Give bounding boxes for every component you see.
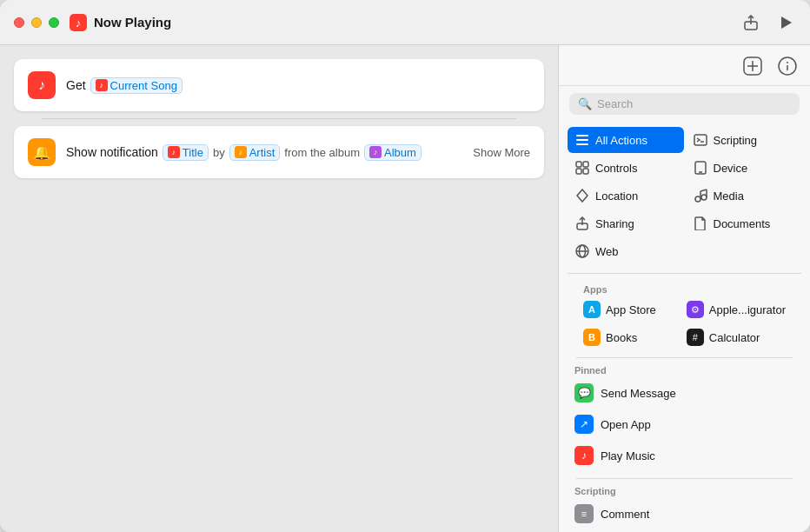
comment-icon: ≡ bbox=[574, 504, 594, 523]
play-button[interactable] bbox=[775, 12, 796, 33]
search-wrapper: 🔍 bbox=[569, 93, 800, 115]
web-icon bbox=[574, 243, 590, 259]
svg-rect-13 bbox=[576, 143, 588, 145]
all-actions-icon bbox=[574, 132, 590, 148]
minimize-button[interactable] bbox=[31, 17, 42, 28]
token-artist-icon: ♪ bbox=[235, 146, 247, 158]
svg-point-23 bbox=[695, 196, 700, 202]
scripting-icon bbox=[693, 132, 708, 148]
device-icon bbox=[693, 160, 708, 176]
svg-rect-12 bbox=[576, 139, 588, 141]
search-input[interactable] bbox=[597, 97, 791, 110]
controls-label: Controls bbox=[595, 162, 637, 175]
actions-panel: 🔍 All Actions bbox=[558, 45, 810, 532]
titlebar-actions bbox=[740, 12, 796, 33]
actions-header bbox=[559, 45, 810, 86]
category-media[interactable]: Media bbox=[686, 183, 802, 209]
pinned-send-message[interactable]: 💬 Send Message bbox=[568, 377, 801, 409]
send-message-label: Send Message bbox=[601, 387, 676, 400]
share-button[interactable] bbox=[740, 12, 761, 33]
app-icon-appstore: A bbox=[583, 301, 601, 318]
category-documents[interactable]: Documents bbox=[686, 210, 802, 236]
svg-marker-4 bbox=[781, 17, 792, 29]
sidebar-divider-3 bbox=[576, 478, 793, 479]
controls-icon bbox=[574, 160, 590, 176]
scripting-section: Scripting ≡ Comment ! Show Result bbox=[568, 482, 801, 532]
pinned-open-app[interactable]: ↗ Open App bbox=[568, 409, 801, 440]
show-more-button[interactable]: Show More bbox=[473, 146, 530, 159]
maximize-button[interactable] bbox=[49, 17, 59, 28]
apps-section: Apps A App Store ⚙ Apple...igu bbox=[568, 277, 801, 354]
location-label: Location bbox=[595, 190, 638, 203]
open-app-icon: ↗ bbox=[574, 415, 594, 434]
web-label: Web bbox=[595, 245, 619, 258]
send-message-icon: 💬 bbox=[574, 383, 594, 402]
add-action-button[interactable] bbox=[740, 54, 765, 78]
actions-divider bbox=[42, 118, 516, 119]
token-album-icon: ♪ bbox=[369, 146, 382, 158]
app-configurator-label: Apple...igurator bbox=[709, 303, 786, 316]
category-scripting[interactable]: Scripting bbox=[686, 127, 802, 153]
token-album: ♪ Album bbox=[364, 144, 422, 161]
token-title-icon: ♪ bbox=[168, 146, 180, 158]
text-by: by bbox=[213, 146, 225, 159]
app-window: ♪ Now Playing bbox=[0, 0, 810, 532]
sidebar-divider-2 bbox=[576, 357, 793, 358]
app-books[interactable]: B Books bbox=[576, 324, 678, 350]
media-label: Media bbox=[714, 190, 744, 203]
app-books-label: Books bbox=[606, 331, 637, 344]
action-get-label: Get bbox=[66, 78, 86, 92]
scripting-label: Scripting bbox=[714, 134, 758, 147]
notification-label: Show notification bbox=[66, 145, 158, 159]
apps-section-label: Apps bbox=[576, 281, 793, 296]
app-icon: ♪ bbox=[70, 14, 87, 31]
svg-line-27 bbox=[700, 190, 707, 191]
category-sharing[interactable]: Sharing bbox=[568, 210, 684, 236]
action-show-notification[interactable]: 🔔 Show notification ♪ Title by ♪ Artist … bbox=[14, 126, 544, 178]
app-calculator[interactable]: # Calculator bbox=[680, 324, 793, 350]
main-content: ♪ Get ♪ Current Song 🔔 Show notificatio bbox=[0, 45, 810, 532]
category-location[interactable]: Location bbox=[568, 183, 684, 209]
category-controls[interactable]: Controls bbox=[568, 155, 684, 181]
close-button[interactable] bbox=[14, 17, 24, 28]
svg-rect-19 bbox=[583, 169, 588, 174]
token-artist: ♪ Artist bbox=[229, 144, 281, 161]
comment-label: Comment bbox=[601, 508, 649, 521]
all-actions-label: All Actions bbox=[595, 134, 647, 147]
device-label: Device bbox=[714, 162, 748, 175]
pinned-play-music[interactable]: ♪ Play Music bbox=[568, 440, 801, 471]
documents-label: Documents bbox=[714, 217, 771, 230]
app-calculator-label: Calculator bbox=[709, 331, 760, 344]
traffic-lights bbox=[14, 17, 59, 28]
documents-icon bbox=[693, 216, 708, 231]
category-device[interactable]: Device bbox=[686, 155, 802, 181]
play-music-label: Play Music bbox=[601, 449, 655, 462]
categories-grid: All Actions Scripting bbox=[559, 122, 810, 269]
app-appstore[interactable]: A App Store bbox=[576, 296, 678, 323]
token-icon: ♪ bbox=[96, 79, 108, 91]
sharing-icon bbox=[574, 216, 590, 231]
apps-grid: A App Store ⚙ Apple...igurator bbox=[576, 296, 793, 350]
app-configurator[interactable]: ⚙ Apple...igurator bbox=[680, 296, 793, 323]
svg-marker-22 bbox=[577, 190, 588, 202]
token-current-song: ♪ Current Song bbox=[90, 77, 183, 94]
action-content: Get ♪ Current Song bbox=[66, 77, 530, 94]
scripting-section-label: Scripting bbox=[568, 482, 801, 498]
workflow-panel: ♪ Get ♪ Current Song 🔔 Show notificatio bbox=[0, 45, 558, 532]
svg-rect-17 bbox=[583, 162, 588, 167]
app-icon-calculator: # bbox=[687, 329, 704, 346]
action-icon-notification: 🔔 bbox=[28, 138, 56, 166]
window-title: Now Playing bbox=[94, 15, 740, 30]
search-icon: 🔍 bbox=[578, 97, 592, 110]
search-bar: 🔍 bbox=[559, 86, 810, 122]
info-button[interactable] bbox=[775, 54, 800, 78]
svg-rect-18 bbox=[576, 169, 581, 174]
svg-rect-16 bbox=[576, 162, 581, 167]
action-get-song[interactable]: ♪ Get ♪ Current Song bbox=[14, 59, 544, 111]
scripting-comment[interactable]: ≡ Comment bbox=[568, 498, 801, 529]
category-all-actions[interactable]: All Actions bbox=[568, 127, 684, 153]
action-icon-music: ♪ bbox=[28, 71, 56, 99]
category-web[interactable]: Web bbox=[568, 238, 684, 264]
svg-point-10 bbox=[787, 62, 788, 63]
open-app-label: Open App bbox=[601, 418, 651, 431]
